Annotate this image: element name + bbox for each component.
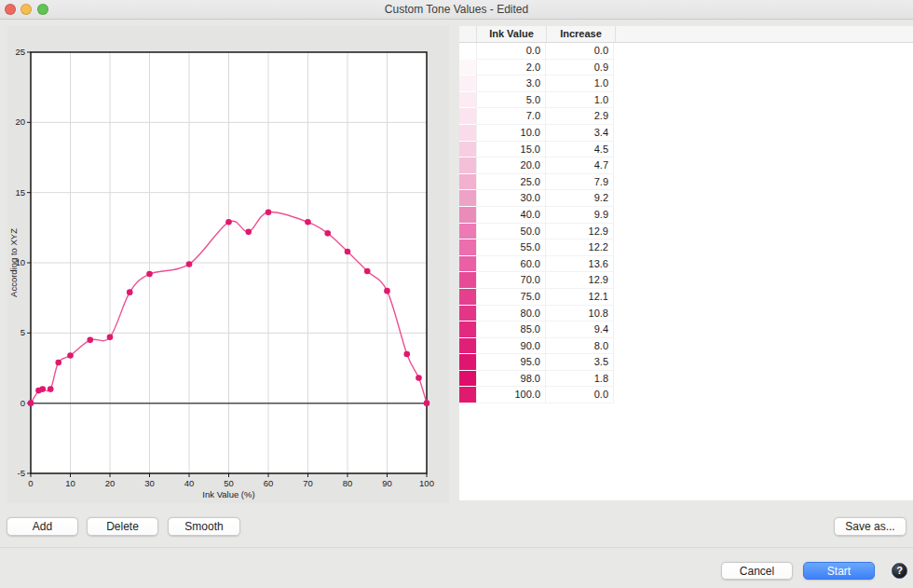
increase-cell[interactable]: 13.6 <box>546 256 614 273</box>
table-row[interactable]: 50.012.9 <box>459 224 913 240</box>
tone-swatch <box>459 75 477 92</box>
svg-text:40: 40 <box>184 478 195 488</box>
svg-text:0: 0 <box>28 478 33 488</box>
increase-cell[interactable]: 4.5 <box>546 142 614 158</box>
ink-value-cell[interactable]: 25.0 <box>477 174 546 191</box>
ink-value-cell[interactable]: 85.0 <box>477 321 546 338</box>
ink-value-cell[interactable]: 15.0 <box>477 142 546 158</box>
table-row[interactable]: 5.01.0 <box>459 92 913 109</box>
add-button[interactable]: Add <box>7 517 78 536</box>
ink-value-cell[interactable]: 40.0 <box>477 207 546 224</box>
ink-value-cell[interactable]: 60.0 <box>477 256 546 273</box>
delete-button[interactable]: Delete <box>87 517 158 536</box>
increase-cell[interactable]: 12.9 <box>546 224 614 240</box>
ink-value-cell[interactable]: 70.0 <box>477 272 546 289</box>
increase-cell[interactable]: 12.9 <box>546 272 614 289</box>
increase-cell[interactable]: 8.0 <box>546 338 614 355</box>
ink-value-cell[interactable]: 20.0 <box>477 157 546 174</box>
svg-text:20: 20 <box>105 478 116 488</box>
ink-value-cell[interactable]: 90.0 <box>477 338 546 355</box>
table-header[interactable]: Ink Value Increase <box>459 26 913 43</box>
table-row[interactable]: 40.09.9 <box>459 207 913 224</box>
increase-cell[interactable]: 4.7 <box>546 157 614 174</box>
tone-swatch <box>459 92 477 109</box>
tone-swatch <box>459 125 477 142</box>
ink-value-cell[interactable]: 55.0 <box>477 239 546 256</box>
table-row[interactable]: 75.012.1 <box>459 289 913 306</box>
increase-cell[interactable]: 1.8 <box>546 371 614 388</box>
table-row[interactable]: 7.02.9 <box>459 108 913 125</box>
increase-cell[interactable]: 0.9 <box>546 60 614 76</box>
start-button[interactable]: Start <box>803 562 875 580</box>
table-row[interactable]: 15.04.5 <box>459 142 913 158</box>
tone-curve-plot[interactable]: 0102030405060708090100-50510152025Ink Va… <box>7 26 449 503</box>
svg-text:90: 90 <box>382 478 392 488</box>
tone-curve-chart[interactable]: 0102030405060708090100-50510152025Ink Va… <box>7 26 449 503</box>
increase-cell[interactable]: 0.0 <box>546 387 614 403</box>
ink-value-cell[interactable]: 2.0 <box>477 60 546 76</box>
ink-value-cell[interactable]: 5.0 <box>477 92 546 109</box>
increase-cell[interactable]: 3.4 <box>546 125 614 142</box>
smooth-button[interactable]: Smooth <box>168 517 240 536</box>
increase-cell[interactable]: 2.9 <box>546 108 614 125</box>
table-row[interactable]: 10.03.4 <box>459 125 913 142</box>
ink-value-cell[interactable]: 30.0 <box>477 190 546 207</box>
table-row[interactable]: 2.00.9 <box>459 60 913 76</box>
svg-text:100: 100 <box>419 478 434 488</box>
ink-value-cell[interactable]: 75.0 <box>477 289 546 306</box>
increase-cell[interactable]: 1.0 <box>546 75 614 92</box>
increase-cell[interactable]: 12.1 <box>546 289 614 306</box>
increase-cell[interactable]: 9.4 <box>546 321 614 338</box>
increase-cell[interactable]: 12.2 <box>546 239 614 256</box>
table-row[interactable]: 0.00.0 <box>459 43 913 60</box>
ink-value-cell[interactable]: 3.0 <box>477 75 546 92</box>
table-row[interactable]: 95.03.5 <box>459 354 913 371</box>
ink-value-cell[interactable]: 100.0 <box>477 387 546 403</box>
tone-swatch <box>459 60 477 76</box>
minimize-button[interactable] <box>20 4 32 15</box>
table-row[interactable]: 90.08.0 <box>459 338 913 355</box>
table-row[interactable]: 30.09.2 <box>459 190 913 207</box>
increase-cell[interactable]: 3.5 <box>546 354 614 371</box>
tone-values-table[interactable]: Ink Value Increase 0.00.02.00.93.01.05.0… <box>459 26 913 500</box>
svg-text:50: 50 <box>224 478 234 488</box>
increase-column-header[interactable]: Increase <box>547 26 616 42</box>
table-row[interactable]: 85.09.4 <box>459 321 913 338</box>
svg-text:Ink Value (%): Ink Value (%) <box>202 489 254 499</box>
table-row[interactable]: 100.00.0 <box>459 387 913 403</box>
ink-value-cell[interactable]: 50.0 <box>477 224 546 240</box>
table-row[interactable]: 20.04.7 <box>459 157 913 174</box>
increase-cell[interactable]: 9.2 <box>546 190 614 207</box>
table-row[interactable]: 70.012.9 <box>459 272 913 289</box>
table-row[interactable]: 25.07.9 <box>459 174 913 191</box>
table-row[interactable]: 98.01.8 <box>459 371 913 388</box>
table-row[interactable]: 60.013.6 <box>459 256 913 273</box>
ink-value-cell[interactable]: 98.0 <box>477 371 546 388</box>
increase-cell[interactable]: 1.0 <box>546 92 614 109</box>
table-row[interactable]: 55.012.2 <box>459 239 913 256</box>
tone-swatch <box>459 142 477 158</box>
svg-text:According to XYZ: According to XYZ <box>8 228 19 297</box>
ink-value-cell[interactable]: 0.0 <box>477 43 546 60</box>
tone-swatch <box>459 43 477 60</box>
window-title: Custom Tone Values - Edited <box>0 0 913 19</box>
ink-value-cell[interactable]: 7.0 <box>477 108 546 125</box>
table-row[interactable]: 3.01.0 <box>459 75 913 92</box>
tone-swatch <box>459 289 477 306</box>
title-bar: Custom Tone Values - Edited <box>0 0 913 20</box>
ink-value-cell[interactable]: 95.0 <box>477 354 546 371</box>
increase-cell[interactable]: 9.9 <box>546 207 614 224</box>
zoom-button[interactable] <box>37 4 48 15</box>
cancel-button[interactable]: Cancel <box>721 562 793 580</box>
table-row[interactable]: 80.010.8 <box>459 306 913 322</box>
increase-cell[interactable]: 10.8 <box>546 306 614 322</box>
close-button[interactable] <box>5 4 16 15</box>
ink-value-column-header[interactable]: Ink Value <box>477 26 547 42</box>
increase-cell[interactable]: 7.9 <box>546 174 614 191</box>
ink-value-cell[interactable]: 10.0 <box>477 125 546 142</box>
svg-text:-5: -5 <box>18 468 25 478</box>
save-as-button[interactable]: Save as... <box>834 517 906 536</box>
help-button[interactable]: ? <box>892 563 907 579</box>
ink-value-cell[interactable]: 80.0 <box>477 306 546 322</box>
increase-cell[interactable]: 0.0 <box>546 43 614 60</box>
